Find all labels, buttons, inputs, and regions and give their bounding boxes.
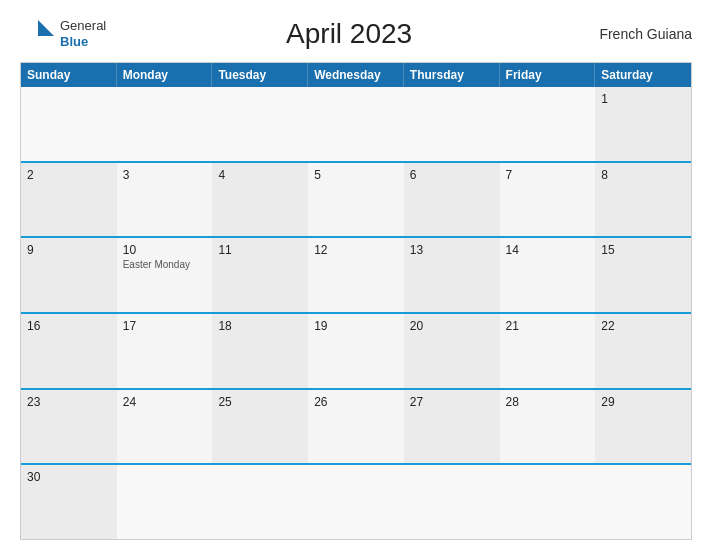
region-label: French Guiana (592, 26, 692, 42)
day-cell: 17 (117, 314, 213, 388)
day-cell (21, 87, 117, 161)
day-cell (404, 87, 500, 161)
day-cell: 13 (404, 238, 500, 312)
day-cell: 30 (21, 465, 117, 539)
day-cell (212, 87, 308, 161)
calendar-title: April 2023 (106, 18, 592, 50)
page-header: General Blue April 2023 French Guiana (20, 16, 692, 52)
week-row: 2 3 4 5 6 7 8 (21, 161, 691, 237)
days-header: Sunday Monday Tuesday Wednesday Thursday… (21, 63, 691, 87)
week-row: 23 24 25 26 27 28 29 (21, 388, 691, 464)
day-cell: 3 (117, 163, 213, 237)
day-cell: 18 (212, 314, 308, 388)
svg-marker-1 (38, 20, 54, 36)
week-row: 30 (21, 463, 691, 539)
day-cell: 26 (308, 390, 404, 464)
day-cell: 27 (404, 390, 500, 464)
day-cell (500, 87, 596, 161)
week-row: 16 17 18 19 20 21 22 (21, 312, 691, 388)
day-cell: 23 (21, 390, 117, 464)
day-cell: 22 (595, 314, 691, 388)
day-cell: 20 (404, 314, 500, 388)
day-cell: 5 (308, 163, 404, 237)
day-cell: 11 (212, 238, 308, 312)
day-cell: 14 (500, 238, 596, 312)
week-row: 1 (21, 87, 691, 161)
day-cell (500, 465, 596, 539)
day-cell: 19 (308, 314, 404, 388)
header-wednesday: Wednesday (308, 63, 404, 87)
week-row: 9 10 Easter Monday 11 12 13 14 15 (21, 236, 691, 312)
day-cell (212, 465, 308, 539)
day-cell: 16 (21, 314, 117, 388)
logo: General Blue (20, 16, 106, 52)
header-tuesday: Tuesday (212, 63, 308, 87)
day-cell: 24 (117, 390, 213, 464)
day-cell: 25 (212, 390, 308, 464)
day-cell (117, 465, 213, 539)
calendar-page: General Blue April 2023 French Guiana Su… (0, 0, 712, 550)
day-cell: 9 (21, 238, 117, 312)
logo-text: General Blue (60, 18, 106, 49)
day-cell: 29 (595, 390, 691, 464)
day-cell: 8 (595, 163, 691, 237)
day-cell: 12 (308, 238, 404, 312)
day-cell: 2 (21, 163, 117, 237)
day-cell (404, 465, 500, 539)
header-monday: Monday (117, 63, 213, 87)
header-saturday: Saturday (595, 63, 691, 87)
day-cell: 7 (500, 163, 596, 237)
day-cell: 4 (212, 163, 308, 237)
header-friday: Friday (500, 63, 596, 87)
day-cell: 6 (404, 163, 500, 237)
day-cell: 28 (500, 390, 596, 464)
calendar-grid: Sunday Monday Tuesday Wednesday Thursday… (20, 62, 692, 540)
logo-icon (20, 16, 56, 52)
day-cell (308, 465, 404, 539)
header-sunday: Sunday (21, 63, 117, 87)
header-thursday: Thursday (404, 63, 500, 87)
day-cell-easter-monday: 10 Easter Monday (117, 238, 213, 312)
day-cell: 15 (595, 238, 691, 312)
day-cell (117, 87, 213, 161)
day-cell: 1 (595, 87, 691, 161)
day-cell (595, 465, 691, 539)
day-cell (308, 87, 404, 161)
weeks-container: 1 2 3 4 5 6 7 8 9 10 Easter Monday 11 12 (21, 87, 691, 539)
day-cell: 21 (500, 314, 596, 388)
